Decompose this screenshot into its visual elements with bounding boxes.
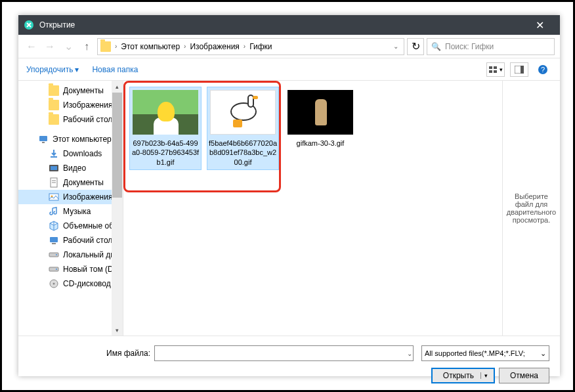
new-folder-button[interactable]: Новая папка [92, 65, 138, 74]
scroll-thumb[interactable] [112, 93, 122, 198]
search-input[interactable]: 🔍 Поиск: Гифки [427, 38, 555, 55]
up-icon: ↑ [84, 41, 89, 53]
file-thumbnail [210, 90, 276, 135]
up-button[interactable]: ↑ [79, 39, 95, 54]
sidebar-item-cd[interactable]: CD-дисковод (F [18, 276, 123, 291]
sidebar-item-label: Изображения [63, 100, 112, 110]
forward-icon: → [45, 41, 55, 53]
filter-label: All supported files(*.MP4;*.FLV; [425, 349, 525, 357]
sidebar-item-computer[interactable]: Этот компьютер [18, 132, 123, 146]
new-folder-label: Новая папка [92, 65, 138, 74]
preview-pane-icon [515, 66, 524, 74]
sidebar-item-label: Объемные объ [63, 221, 118, 230]
folder-icon [49, 85, 59, 96]
sidebar-item-drive-c[interactable]: Локальный дис [18, 248, 123, 262]
sidebar-scrollbar[interactable]: ▴ ▾ [112, 81, 123, 336]
address-dropdown[interactable]: ⌄ [391, 43, 401, 50]
open-dropdown[interactable]: ▾ [480, 372, 491, 379]
filename-input[interactable] [154, 345, 414, 361]
file-type-filter[interactable]: All supported files(*.MP4;*.FLV; ⌄ [421, 345, 549, 361]
chevron-down-icon: ▾ [500, 66, 503, 73]
sidebar-item-3d[interactable]: Объемные объ [18, 219, 123, 233]
sidebar-item-video[interactable]: Видео [18, 161, 123, 175]
sidebar-item-desktop[interactable]: Рабочий стол [18, 233, 123, 248]
breadcrumb-sep: › [184, 43, 186, 50]
svg-point-23 [56, 269, 57, 270]
close-icon: ✕ [536, 19, 544, 32]
desktop-icon [49, 235, 59, 246]
svg-text:?: ? [541, 66, 545, 74]
address-bar[interactable]: › Этот компьютер › Изображения › Гифки ⌄ [97, 38, 404, 55]
sidebar-item-documents[interactable]: Документы [18, 83, 123, 98]
breadcrumb-current[interactable]: Гифки [249, 42, 272, 51]
svg-rect-9 [39, 136, 47, 141]
preview-pane-button[interactable] [510, 62, 528, 77]
cancel-button[interactable]: Отмена [499, 368, 549, 383]
sidebar-item-music[interactable]: Музыка [18, 204, 123, 219]
drive-icon [49, 264, 59, 274]
close-button[interactable]: ✕ [525, 15, 555, 35]
sidebar-item-label: Видео [63, 163, 86, 173]
scroll-up-icon[interactable]: ▴ [112, 81, 123, 92]
organize-button[interactable]: Упорядочить ▾ [26, 65, 79, 74]
folder-icon [49, 114, 59, 125]
search-icon: 🔍 [431, 42, 441, 51]
help-icon: ? [538, 64, 548, 75]
chevron-down-icon[interactable]: ⌄ [407, 350, 412, 357]
images-icon [49, 192, 59, 202]
file-name: 697b023b-64a5-499a0-8059-27b963453fb1.gi… [130, 139, 201, 169]
breadcrumb-images[interactable]: Изображения [190, 42, 239, 51]
sidebar-item-drive-d[interactable]: Новый том (D:) [18, 262, 123, 276]
forward-button[interactable]: → [42, 39, 58, 54]
search-placeholder: Поиск: Гифки [445, 42, 494, 51]
sidebar-item-label: Изображения [63, 192, 112, 202]
svg-rect-10 [42, 142, 45, 143]
file-item[interactable]: 697b023b-64a5-499a0-8059-27b963453fb1.gi… [130, 87, 201, 169]
recent-dropdown[interactable]: ⌄ [60, 39, 76, 54]
sidebar: Документы Изображения Рабочий стол Этот … [18, 81, 123, 336]
folder-icon [100, 41, 111, 52]
music-icon [49, 206, 59, 217]
cd-icon [49, 278, 59, 289]
svg-rect-3 [489, 70, 492, 73]
refresh-button[interactable]: ↻ [407, 38, 424, 55]
preview-placeholder: Выберите файл для дварительного просмотр… [505, 192, 557, 224]
help-button[interactable]: ? [534, 62, 552, 77]
view-mode-button[interactable]: ▾ [486, 62, 505, 77]
sidebar-item-desktop[interactable]: Рабочий стол [18, 112, 123, 127]
file-name: gifkam-30-3.gif [285, 139, 356, 150]
sidebar-item-documents[interactable]: Документы [18, 175, 123, 190]
sidebar-item-downloads[interactable]: Downloads [18, 146, 123, 161]
svg-rect-6 [521, 66, 524, 74]
file-list[interactable]: 697b023b-64a5-499a0-8059-27b963453fb1.gi… [123, 81, 502, 336]
back-icon: ← [26, 41, 37, 53]
file-item[interactable]: f5baef4b6b6677020ab8d091ef78a3bc_w200.gi… [207, 87, 278, 169]
video-icon [49, 163, 59, 173]
sidebar-item-images[interactable]: Изображения [18, 98, 123, 112]
file-item[interactable]: gifkam-30-3.gif [285, 87, 356, 169]
chevron-down-icon: ⌄ [64, 40, 73, 53]
downloads-icon [49, 148, 59, 159]
filename-label: Имя файла: [29, 349, 150, 358]
svg-rect-2 [494, 66, 497, 69]
file-thumbnail [133, 90, 198, 135]
drive-icon [49, 250, 59, 260]
sidebar-item-label: Downloads [63, 149, 102, 158]
file-name: f5baef4b6b6677020ab8d091ef78a3bc_w200.gi… [207, 139, 278, 169]
svg-rect-4 [494, 70, 497, 73]
sidebar-item-images[interactable]: Изображения [18, 190, 123, 204]
scroll-down-icon[interactable]: ▾ [112, 324, 123, 336]
sidebar-item-label: Музыка [63, 207, 91, 216]
sidebar-item-label: Этот компьютер [53, 135, 112, 144]
pc-icon [38, 134, 49, 144]
window-title: Открытие [39, 20, 525, 30]
back-button[interactable]: ← [24, 39, 39, 54]
open-button[interactable]: Открыть ▾ [431, 368, 495, 383]
file-thumbnail [288, 90, 353, 135]
app-icon [24, 20, 34, 30]
toolbar: Упорядочить ▾ Новая папка ▾ ? [18, 58, 560, 81]
preview-pane: Выберите файл для дварительного просмотр… [502, 81, 560, 336]
sidebar-item-label: Рабочий стол [63, 236, 112, 245]
chevron-down-icon: ▾ [75, 65, 79, 74]
breadcrumb-computer[interactable]: Этот компьютер [121, 42, 180, 51]
